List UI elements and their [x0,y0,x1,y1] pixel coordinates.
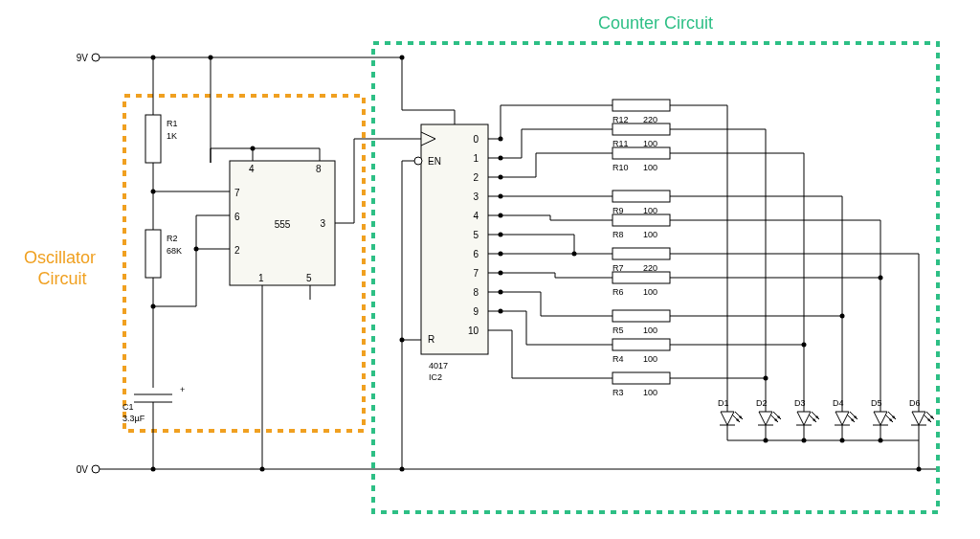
svg-point-220 [764,438,768,443]
led-d3: D3 [794,398,819,440]
svg-point-162 [802,343,807,348]
svg-rect-116 [612,191,670,202]
resistor-bank: R12 220 R11 100 R10 100 R9 100 R8 100 R7… [501,100,919,412]
svg-text:R4: R4 [612,354,624,364]
svg-rect-10 [145,230,161,278]
svg-text:R: R [428,334,434,345]
svg-text:1: 1 [473,153,479,164]
svg-text:D6: D6 [909,398,921,408]
svg-point-42 [260,467,265,472]
r2-ref: R2 [167,234,178,243]
svg-text:0: 0 [473,134,479,145]
oscillator: R1 1K R2 68K + C1 3.3µF [122,56,421,472]
svg-rect-124 [612,214,670,226]
c1: + C1 3.3µF [122,385,185,423]
svg-text:10: 10 [468,326,479,336]
svg-text:6: 6 [473,249,479,259]
svg-rect-110 [612,147,670,159]
svg-marker-179 [759,412,772,425]
svg-text:100: 100 [643,326,657,335]
svg-text:100: 100 [643,388,657,397]
svg-text:D1: D1 [718,398,729,408]
svg-text:7: 7 [473,268,479,279]
svg-point-170 [764,376,768,381]
svg-rect-102 [612,124,670,135]
svg-text:5: 5 [306,273,312,283]
r2: R2 68K [145,230,182,278]
led-d2: D2 [756,398,781,440]
svg-text:3: 3 [320,218,325,229]
svg-text:2: 2 [473,172,479,183]
c1-polarity: + [180,385,185,394]
led-d4: D4 [833,398,858,440]
svg-text:2: 2 [234,245,240,256]
svg-point-154 [840,314,845,319]
svg-rect-8 [145,115,161,163]
r1: R1 1K [145,115,178,163]
r1-val: 1K [167,131,177,141]
svg-point-133 [572,252,577,257]
svg-point-222 [840,438,845,443]
svg-point-19 [194,247,199,252]
r1-ref: R1 [167,119,178,128]
schematic-svg: 9V 0V Oscillator Circuit Counter Circuit… [0,0,980,539]
svg-point-58 [400,467,405,472]
svg-text:100: 100 [643,354,657,364]
svg-text:R10: R10 [612,163,629,172]
svg-point-40 [251,146,256,151]
ic4017-name: 4017 [429,361,448,371]
ic4017-ref: IC2 [429,372,442,382]
svg-text:4: 4 [473,211,479,221]
svg-point-7 [209,56,213,60]
svg-text:3: 3 [473,191,479,202]
svg-point-23 [151,467,156,472]
led-d1: D1 [718,398,743,440]
svg-text:9: 9 [473,306,479,317]
rail-9v-label: 9V [77,53,89,63]
svg-marker-203 [874,412,887,425]
svg-text:100: 100 [643,287,657,297]
svg-rect-94 [612,100,670,111]
svg-point-59 [400,338,405,343]
c1-ref: C1 [122,402,134,412]
svg-text:D4: D4 [833,398,844,408]
svg-text:4: 4 [249,164,255,174]
svg-text:8: 8 [316,164,322,174]
svg-text:R8: R8 [612,230,624,239]
svg-point-223 [879,438,883,443]
svg-point-6 [151,56,156,60]
c1-val: 3.3µF [122,414,145,423]
svg-text:6: 6 [234,212,240,222]
svg-text:100: 100 [643,230,657,239]
svg-rect-142 [612,272,670,283]
svg-text:1: 1 [258,273,264,283]
oscillator-title: Oscillator Circuit [24,248,100,288]
svg-text:D5: D5 [871,398,882,408]
svg-text:7: 7 [234,188,240,198]
svg-text:8: 8 [473,287,479,298]
ic555-name: 555 [275,219,291,230]
svg-point-221 [802,438,807,443]
svg-marker-171 [721,412,734,425]
svg-marker-195 [835,412,849,425]
leds: D1 D2 D3 D4 D5 [718,398,934,472]
svg-point-3 [92,465,100,473]
ic-555: 555 4 8 7 6 2 3 1 5 [230,148,335,300]
led-d5: D5 [871,398,896,440]
svg-text:100: 100 [643,163,657,172]
svg-point-53 [400,56,405,60]
svg-text:D2: D2 [756,398,768,408]
svg-text:5: 5 [473,230,479,240]
svg-point-225 [917,467,922,472]
svg-text:R5: R5 [612,326,624,335]
svg-text:EN: EN [428,156,441,167]
svg-text:D3: D3 [794,398,806,408]
r2-val: 68K [167,246,182,256]
svg-point-2 [92,54,100,61]
rail-0v-label: 0V [77,464,89,475]
svg-rect-150 [612,310,670,322]
svg-marker-187 [797,412,811,425]
counter-title: Counter Circuit [598,13,713,33]
svg-text:R3: R3 [612,388,624,397]
svg-marker-211 [912,412,925,425]
